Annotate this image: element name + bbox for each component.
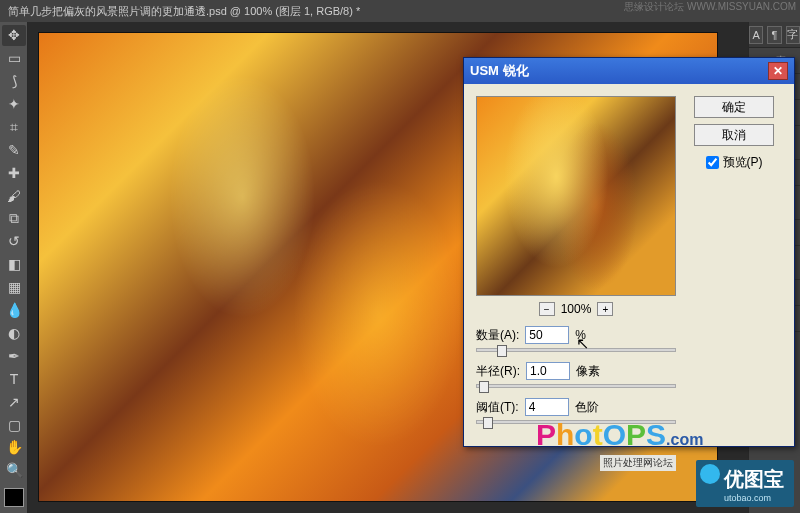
photops-watermark: PhotOPS.com [536,418,703,452]
color-swatch[interactable] [4,488,24,507]
dodge-tool[interactable]: ◐ [2,323,26,344]
amount-unit: % [575,328,586,342]
radius-slider[interactable] [476,384,676,388]
radius-unit: 像素 [576,363,600,380]
marquee-tool[interactable]: ▭ [2,48,26,69]
cancel-button[interactable]: 取消 [694,124,774,146]
glyph-panel-button[interactable]: 字 [786,26,800,44]
ok-button[interactable]: 确定 [694,96,774,118]
radius-input[interactable] [526,362,570,380]
usm-sharpen-dialog: USM 锐化 ✕ − 100% + 数量(A): % [463,57,795,447]
dialog-titlebar[interactable]: USM 锐化 ✕ [464,58,794,84]
threshold-input[interactable] [525,398,569,416]
utobao-watermark: 优图宝 utobao.com [696,460,794,507]
preview-checkbox-label: 预览(P) [723,154,763,171]
amount-label: 数量(A): [476,327,519,344]
zoom-in-button[interactable]: + [597,302,613,316]
preview-checkbox-row[interactable]: 预览(P) [706,154,763,171]
threshold-unit: 色阶 [575,399,599,416]
hand-tool[interactable]: ✋ [2,437,26,458]
move-tool[interactable]: ✥ [2,25,26,46]
radius-param: 半径(R): 像素 [476,362,676,388]
zoom-tool[interactable]: 🔍 [2,460,26,481]
crop-tool[interactable]: ⌗ [2,117,26,138]
eyedropper-tool[interactable]: ✎ [2,139,26,160]
lasso-tool[interactable]: ⟆ [2,71,26,92]
brush-tool[interactable]: 🖌 [2,185,26,206]
gradient-tool[interactable]: ▦ [2,277,26,298]
radius-label: 半径(R): [476,363,520,380]
path-tool[interactable]: ↗ [2,391,26,412]
amount-param: 数量(A): % [476,326,676,352]
type-tool[interactable]: T [2,368,26,389]
shape-tool[interactable]: ▢ [2,414,26,435]
toolbox: ✥ ▭ ⟆ ✦ ⌗ ✎ ✚ 🖌 ⧉ ↺ ◧ ▦ 💧 ◐ ✒ T ↗ ▢ ✋ 🔍 [0,22,28,513]
amount-input[interactable] [525,326,569,344]
dialog-title-text: USM 锐化 [470,58,529,84]
threshold-label: 阈值(T): [476,399,519,416]
char-panel-button[interactable]: A [749,26,763,44]
eraser-tool[interactable]: ◧ [2,254,26,275]
stamp-tool[interactable]: ⧉ [2,208,26,229]
pen-tool[interactable]: ✒ [2,345,26,366]
zoom-out-button[interactable]: − [539,302,555,316]
wand-tool[interactable]: ✦ [2,94,26,115]
preview-thumbnail[interactable] [476,96,676,296]
close-button[interactable]: ✕ [768,62,788,80]
para-panel-button[interactable]: ¶ [767,26,781,44]
blur-tool[interactable]: 💧 [2,300,26,321]
amount-slider[interactable] [476,348,676,352]
site-watermark: 思缘设计论坛 WWW.MISSYUAN.COM [624,0,796,14]
history-brush-tool[interactable]: ↺ [2,231,26,252]
heal-tool[interactable]: ✚ [2,162,26,183]
preview-checkbox[interactable] [706,156,719,169]
photops-sub: 照片处理网论坛 [600,455,676,471]
zoom-percent: 100% [561,302,592,316]
bird-icon [700,464,720,484]
